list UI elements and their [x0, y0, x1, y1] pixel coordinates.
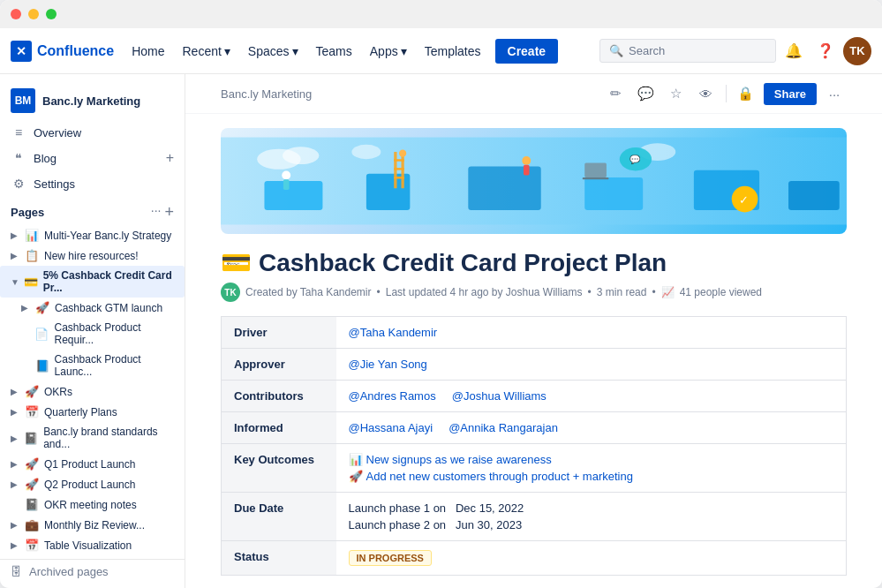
share-button[interactable]: Share [764, 83, 817, 105]
page-label: Monthly Biz Review... [44, 519, 145, 531]
svg-point-3 [351, 145, 381, 159]
confluence-logo[interactable]: ✕ Confluence [11, 41, 114, 62]
svg-rect-10 [788, 181, 840, 210]
close-button[interactable] [11, 9, 21, 19]
page-title-emoji: 💳 [221, 248, 252, 277]
page-tree-item-12[interactable]: ▶ 💼 Monthly Biz Review... [0, 515, 185, 535]
table-row-status: Status IN PROGRESS [222, 541, 847, 576]
table-row-due-date: Due Date Launch phase 1 on Dec 15, 2022 … [222, 493, 847, 541]
chevron-right-icon: ▶ [11, 433, 20, 443]
help-button[interactable]: ❓ [811, 37, 840, 65]
hero-illustration: 💬 ✓ [221, 128, 847, 234]
page-tree-item-2[interactable]: ▼ 💳 5% Cashback Credit Card Pr... [0, 266, 185, 298]
sidebar-blog[interactable]: ❝ Blog + [0, 145, 185, 171]
outcome-link-1[interactable]: 📊 New signups as we raise awareness [349, 453, 834, 466]
app-window: ✕ Confluence Home Recent ▾ Spaces ▾ Team… [0, 0, 882, 588]
page-label: 5% Cashback Credit Card Pr... [43, 269, 177, 294]
breadcrumb: Banc.ly Marketing [221, 87, 312, 101]
page-tree-item-9[interactable]: ▶ 🚀 Q1 Product Launch [0, 454, 185, 474]
contributors-label: Contributors [222, 381, 336, 412]
page-label: Cashback GTM launch [55, 302, 162, 314]
status-value: IN PROGRESS [336, 541, 847, 576]
table-row-driver: Driver @Taha Kandemir [222, 317, 847, 349]
create-button[interactable]: Create [495, 39, 559, 64]
page-tree-item-10[interactable]: ▶ 🚀 Q2 Product Launch [0, 474, 185, 494]
content-area: Banc.ly Marketing ✏ 💬 ☆ 👁 🔒 Share ··· [185, 74, 882, 588]
space-icon: BM [11, 88, 35, 113]
user-avatar[interactable]: TK [843, 37, 871, 65]
status-badge: IN PROGRESS [349, 550, 432, 566]
svg-point-11 [282, 170, 290, 179]
driver-value: @Taha Kandemir [336, 317, 847, 349]
svg-rect-5 [264, 181, 322, 210]
page-tree-item-7[interactable]: ▶ 📅 Quarterly Plans [0, 402, 185, 422]
nav-home[interactable]: Home [124, 39, 171, 64]
svg-text:✓: ✓ [739, 193, 749, 207]
pages-add-icon[interactable]: + [164, 203, 174, 222]
overview-label: Overview [34, 126, 81, 139]
pages-actions: ··· + [151, 203, 174, 222]
chevron-right-icon: ▶ [11, 230, 21, 240]
restrict-button[interactable]: 🔒 [734, 81, 758, 106]
meta-separator2: • [588, 286, 592, 298]
created-by: Created by Taha Kandemir [245, 286, 372, 298]
chevron-down-icon: ▾ [401, 44, 407, 58]
space-header[interactable]: BM Banc.ly Marketing [0, 81, 185, 120]
logo-icon: ✕ [11, 41, 32, 62]
page-label: Q2 Product Launch [44, 479, 135, 491]
svg-text:💬: 💬 [629, 154, 641, 165]
nav-apps[interactable]: Apps ▾ [363, 39, 414, 64]
page-tree-item-3[interactable]: ▶ 🚀 Cashback GTM launch [0, 298, 185, 318]
page-tree-item-0[interactable]: ▶ 📊 Multi-Year Banc.ly Strategy [0, 225, 185, 245]
pages-more-icon[interactable]: ··· [151, 203, 162, 222]
key-outcomes-value: 📊 New signups as we raise awareness 🚀 Ad… [336, 444, 847, 493]
page-tree-item-11[interactable]: 📓 OKR meeting notes [0, 494, 185, 515]
top-navigation: ✕ Confluence Home Recent ▾ Spaces ▾ Team… [0, 28, 882, 74]
archived-pages[interactable]: 🗄 Archived pages [0, 559, 185, 584]
minimize-button[interactable] [28, 9, 39, 19]
read-time: 3 min read [597, 286, 647, 298]
chevron-right-icon: ▶ [21, 303, 32, 313]
page-tree-item-6[interactable]: ▶ 🚀 OKRs [0, 381, 185, 402]
outcome-link-2[interactable]: 🚀 Add net new customers through product … [349, 470, 834, 483]
hero-banner: 💬 ✓ [221, 128, 847, 234]
notifications-button[interactable]: 🔔 [780, 37, 808, 65]
sidebar-overview[interactable]: ≡ Overview [0, 120, 185, 145]
sidebar-settings[interactable]: ⚙ Settings [0, 171, 185, 196]
page-label: Cashback Product Launc... [55, 353, 177, 378]
svg-rect-25 [584, 162, 607, 177]
star-button[interactable]: ☆ [664, 81, 689, 106]
page-tree-item-1[interactable]: ▶ 📋 New hire resources! [0, 245, 185, 266]
page-tree-item-4[interactable]: 📄 Cashback Product Requir... [0, 318, 185, 350]
edit-button[interactable]: ✏ [604, 81, 629, 106]
approver-value: @Jie Yan Song [336, 349, 847, 381]
nav-templates[interactable]: Templates [418, 39, 488, 64]
maximize-button[interactable] [46, 9, 57, 19]
add-blog-icon[interactable]: + [166, 150, 174, 166]
page-tree-item-13[interactable]: ▶ 📅 Table Visualization [0, 535, 185, 555]
svg-rect-14 [401, 152, 403, 188]
informed-value: @Hassana Ajayi @Annika Rangarajan [336, 412, 847, 444]
svg-rect-15 [394, 159, 404, 161]
nav-icon-group: 🔔 ❓ TK [780, 37, 871, 65]
more-button[interactable]: ··· [822, 81, 847, 106]
search-input[interactable]: 🔍 Search [599, 39, 776, 63]
phase2-date: Launch phase 2 on Jun 30, 2023 [349, 518, 834, 531]
title-bar [0, 0, 882, 28]
blog-icon: ❝ [11, 151, 26, 165]
nav-spaces[interactable]: Spaces ▾ [241, 39, 305, 64]
nav-recent[interactable]: Recent ▾ [175, 39, 237, 64]
table-row-informed: Informed @Hassana Ajayi @Annika Rangaraj… [222, 412, 847, 444]
page-tree-item-5[interactable]: 📘 Cashback Product Launc... [0, 350, 185, 381]
approver-label: Approver [222, 349, 336, 381]
comment-button[interactable]: 💬 [634, 81, 659, 106]
divider [726, 85, 727, 102]
informed-label: Informed [222, 412, 336, 444]
author-avatar: TK [221, 283, 240, 302]
view-count: 41 people viewed [680, 286, 762, 298]
svg-rect-13 [394, 152, 396, 188]
nav-teams[interactable]: Teams [309, 39, 359, 64]
view-button[interactable]: 👁 [694, 81, 719, 106]
page-label: Cashback Product Requir... [54, 321, 177, 346]
page-tree-item-8[interactable]: ▶ 📓 Banc.ly brand standards and... [0, 422, 185, 454]
